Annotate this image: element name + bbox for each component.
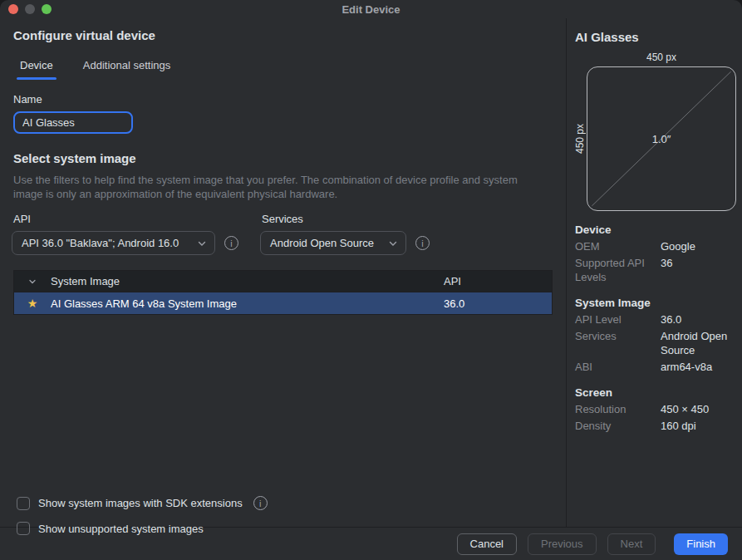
api-info-icon[interactable]: i: [224, 236, 238, 250]
column-header-system-image[interactable]: System Image: [51, 275, 444, 287]
tab-device[interactable]: Device: [17, 59, 57, 80]
system-image-description: Use the filters to help find the system …: [13, 173, 523, 201]
services-dropdown[interactable]: Android Open Source: [260, 231, 406, 255]
detail-label: OEM: [575, 239, 661, 253]
column-header-api[interactable]: API: [444, 275, 552, 287]
detail-value: 160 dpi: [661, 419, 736, 433]
detail-label: Supported API Levels: [575, 256, 661, 284]
detail-value: Android Open Source: [661, 329, 736, 357]
table-header-row: System Image API: [14, 271, 552, 292]
finish-button[interactable]: Finish: [674, 533, 728, 555]
screen-preview: 450 px 450 px 1.0″: [573, 52, 736, 211]
name-label: Name: [13, 93, 553, 106]
title-bar: Edit Device: [0, 0, 742, 18]
chevron-down-icon: [197, 238, 207, 248]
detail-value: arm64-v8a: [661, 360, 736, 374]
screen-width-label: 450 px: [573, 52, 736, 63]
detail-label: Resolution: [575, 402, 661, 416]
edit-device-dialog: Edit Device Configure virtual device Dev…: [0, 0, 742, 560]
sdk-extensions-info-icon[interactable]: i: [253, 496, 268, 510]
api-dropdown-value: API 36.0 "Baklava"; Android 16.0: [22, 237, 190, 249]
screen-outline: 1.0″: [587, 66, 736, 211]
api-filter-label: API: [13, 213, 238, 225]
detail-label: API Level: [575, 312, 661, 327]
detail-label: Density: [575, 419, 661, 433]
star-icon[interactable]: ★: [27, 297, 38, 309]
previous-button: Previous: [528, 533, 597, 555]
table-row[interactable]: ★ AI Glasses ARM 64 v8a System Image 36.…: [14, 292, 552, 314]
services-filter-label: Services: [262, 213, 430, 225]
detail-label: ABI: [575, 360, 661, 374]
summary-device-name: AI Glasses: [575, 30, 736, 44]
section-title-screen: Screen: [575, 386, 736, 399]
sdk-extensions-checkbox[interactable]: [17, 497, 30, 510]
device-summary-panel: AI Glasses 450 px 450 px 1.0″ Device OEM…: [566, 18, 742, 527]
sort-chevron-icon[interactable]: [14, 277, 51, 287]
detail-value: 450 × 450: [661, 402, 736, 416]
tab-additional-settings[interactable]: Additional settings: [80, 59, 174, 80]
configure-panel: Configure virtual device Device Addition…: [0, 18, 566, 527]
detail-label: Services: [575, 329, 661, 357]
sdk-extensions-checkbox-row: Show system images with SDK extensions i: [17, 496, 268, 510]
sdk-extensions-checkbox-label[interactable]: Show system images with SDK extensions: [38, 497, 243, 509]
window-title: Edit Device: [0, 3, 742, 16]
unsupported-images-checkbox[interactable]: [17, 522, 30, 535]
detail-value: 36: [661, 256, 736, 284]
screen-height-label: 450 px: [573, 66, 587, 211]
services-dropdown-value: Android Open Source: [270, 237, 381, 249]
detail-value: 36.0: [661, 312, 736, 327]
select-system-image-heading: Select system image: [13, 151, 553, 165]
section-title-system-image: System Image: [575, 297, 736, 309]
section-title-device: Device: [575, 224, 736, 236]
next-button: Next: [607, 533, 656, 555]
detail-value: Google: [661, 239, 736, 253]
page-title: Configure virtual device: [13, 28, 553, 42]
system-image-api: 36.0: [444, 297, 552, 310]
device-name-input[interactable]: [13, 111, 133, 134]
system-image-name: AI Glasses ARM 64 v8a System Image: [51, 297, 444, 310]
api-dropdown[interactable]: API 36.0 "Baklava"; Android 16.0: [12, 231, 215, 255]
unsupported-images-checkbox-row: Show unsupported system images: [17, 522, 268, 535]
unsupported-images-checkbox-label[interactable]: Show unsupported system images: [38, 523, 204, 535]
tab-bar: Device Additional settings: [17, 59, 553, 80]
chevron-down-icon: [388, 238, 398, 248]
screen-diagonal-size: 1.0″: [587, 67, 735, 210]
services-info-icon[interactable]: i: [415, 236, 430, 250]
cancel-button[interactable]: Cancel: [457, 533, 517, 555]
system-image-table: System Image API ★ AI Glasses ARM 64 v8a…: [13, 270, 553, 315]
